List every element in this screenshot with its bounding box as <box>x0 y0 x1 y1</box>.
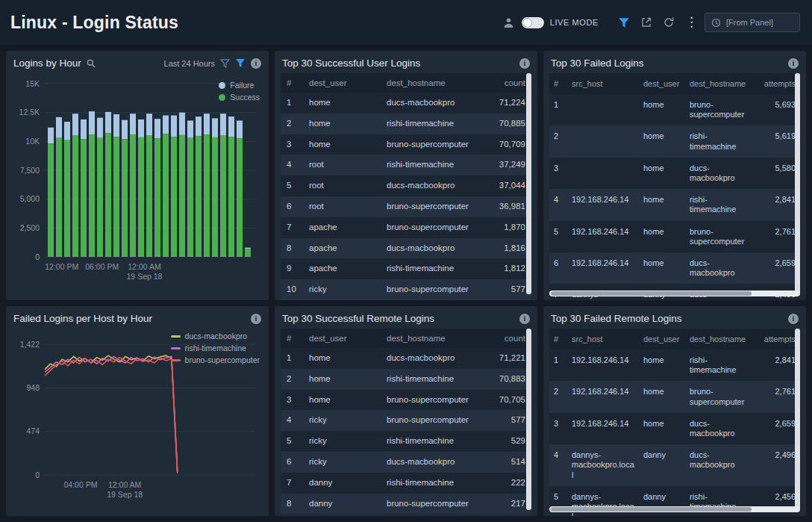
column-header-dest_user[interactable]: dest_user <box>303 329 381 348</box>
cell-attempts: 5,619 <box>751 125 800 157</box>
table-row[interactable]: 9apacherishi-timemachine1,812 <box>281 258 531 279</box>
table-row[interactable]: 2homerishi-timemachine70,883 <box>281 369 531 390</box>
table-row[interactable]: 5rootducs-macbookpro37,044 <box>281 175 531 196</box>
cell-dest_user: home <box>639 413 685 444</box>
table-row[interactable]: 1homeducs-macbookpro71,221 <box>281 348 531 369</box>
cell-rank: 1 <box>281 348 303 369</box>
legend-item-failure[interactable]: Failure <box>219 81 260 90</box>
column-header-rank[interactable]: # <box>549 329 567 349</box>
info-icon[interactable] <box>519 58 530 69</box>
column-header-dest_hostname[interactable]: dest_hostname <box>381 73 493 93</box>
column-header-rank[interactable]: # <box>281 73 303 93</box>
table-row[interactable]: 3192.168.246.14homeducs-macbookpro2,659 <box>549 413 800 444</box>
column-header-dest_user[interactable]: dest_user <box>639 329 685 349</box>
table-row[interactable]: 6192.168.246.14homeducs-macbookpro2,659 <box>549 252 800 284</box>
table-row[interactable]: 4rootrishi-timemachine37,249 <box>281 155 531 175</box>
info-icon[interactable] <box>788 58 799 69</box>
column-header-dest_user[interactable]: dest_user <box>639 73 685 94</box>
legend-item-success[interactable]: Success <box>219 93 260 102</box>
scrollbar-thumb[interactable] <box>551 507 752 512</box>
column-header-dest_hostname[interactable]: dest_hostname <box>381 329 493 348</box>
time-range-input[interactable]: [From Panel] <box>705 13 800 32</box>
column-header-rank[interactable]: # <box>281 329 303 348</box>
table-row[interactable]: 3homebruno-supercomputer70,705 <box>281 390 531 411</box>
table-row[interactable]: 2homerishi-timemachine70,885 <box>281 114 531 134</box>
table-row[interactable]: 4rickybruno-supercomputer577 <box>281 410 531 431</box>
table-row[interactable]: 3homebruno-supercomputer70,709 <box>281 134 531 155</box>
column-header-dest_hostname[interactable]: dest_hostname <box>685 73 751 94</box>
cell-rank: 7 <box>281 473 303 494</box>
table-row[interactable]: 2192.168.246.14homebruno-supercomputer2,… <box>549 381 800 412</box>
cell-dest_user: apache <box>303 217 381 238</box>
cell-rank: 3 <box>281 390 303 411</box>
table-row[interactable]: 10rickybruno-supercomputer577 <box>281 279 531 300</box>
legend-item-rishi-timemachine[interactable]: rishi-timemachine <box>171 344 260 352</box>
cell-dest_hostname: bruno-supercomputer <box>685 381 751 412</box>
horizontal-scrollbar[interactable] <box>549 506 800 512</box>
cell-dest_user: home <box>639 125 685 157</box>
filter-funnel-icon[interactable] <box>618 17 630 28</box>
time-range-label[interactable]: Last 24 Hours <box>164 59 215 68</box>
horizontal-scrollbar[interactable] <box>549 290 800 296</box>
scrollbar-thumb[interactable] <box>551 291 752 296</box>
cell-dest_user: root <box>303 175 381 196</box>
table-row[interactable]: 1192.168.246.14homerishi-timemachine2,84… <box>549 349 800 381</box>
cell-dest_hostname: bruno-supercomputer <box>381 196 493 217</box>
cell-attempts: 2,659 <box>751 413 800 444</box>
successful-remote-logins-table: #dest_userdest_hostnamecount1homeducs-ma… <box>281 329 531 514</box>
table-row[interactable]: 1homeducs-macbookpro71,224 <box>281 93 531 114</box>
svg-text:474: 474 <box>26 426 40 435</box>
table-row[interactable]: 7apachebruno-supercomputer1,870 <box>281 217 531 238</box>
vertical-scrollbar[interactable] <box>795 329 800 510</box>
vertical-scrollbar[interactable] <box>526 73 531 294</box>
cell-rank: 6 <box>281 196 303 217</box>
table-row[interactable]: 4192.168.246.14homerishi-timemachine2,84… <box>549 189 800 220</box>
info-icon[interactable] <box>788 314 799 324</box>
table-row[interactable]: 3homeducs-macbookpro5,580 <box>549 158 800 189</box>
cell-dest_hostname: rishi-timemachine <box>381 155 493 175</box>
legend-label: Success <box>230 93 260 102</box>
legend-item-ducs-macbookpro[interactable]: ducs-macbookpro <box>171 332 260 341</box>
cell-dest_hostname: rishi-timemachine <box>685 349 751 381</box>
logins-by-hour-chart[interactable]: 02,5005,0007,50010K12.5K15K12:00 PM06:00… <box>12 73 263 288</box>
table-row[interactable]: 2homerishi-timemachine5,619 <box>549 125 800 157</box>
table-row[interactable]: 1homebruno-supercomputer5,693 <box>549 94 800 125</box>
table-row[interactable]: 5192.168.246.14homebruno-supercomputer2,… <box>549 221 800 252</box>
column-header-attempts[interactable]: attempts <box>751 329 800 349</box>
svg-text:12:00 AM: 12:00 AM <box>108 480 141 489</box>
table-row[interactable]: 6rootbruno-supercomputer36,981 <box>281 196 531 217</box>
info-icon[interactable] <box>251 314 261 324</box>
filter-outline-icon[interactable] <box>220 59 230 68</box>
table-row[interactable]: 4dannys-macbookpro.localdannyducs-macboo… <box>549 444 800 486</box>
column-header-dest_hostname[interactable]: dest_hostname <box>685 329 751 349</box>
cell-dest_user: home <box>303 134 381 155</box>
kebab-menu-icon[interactable] <box>685 16 694 29</box>
column-header-src_host[interactable]: src_host <box>567 73 639 94</box>
vertical-scrollbar[interactable] <box>526 329 531 510</box>
table-header-row: #dest_userdest_hostnamecount <box>281 73 531 93</box>
table-row[interactable]: 7dannyrishi-timemachine222 <box>281 473 531 494</box>
panel-failed-logins-per-host: Failed Logins per Host by Hour 04749481,… <box>6 306 269 516</box>
cell-attempts: 2,761 <box>751 221 800 252</box>
share-icon[interactable] <box>640 16 652 28</box>
refresh-icon[interactable] <box>663 16 675 28</box>
info-icon[interactable] <box>519 314 530 324</box>
column-header-dest_user[interactable]: dest_user <box>303 73 381 93</box>
column-header-attempts[interactable]: attempts <box>751 73 800 94</box>
table-row[interactable]: 6rickyducs-macbookpro514 <box>281 452 531 473</box>
column-header-src_host[interactable]: src_host <box>567 329 639 349</box>
magnifier-icon[interactable] <box>87 59 96 68</box>
svg-text:1,422: 1,422 <box>20 340 40 349</box>
live-mode-toggle[interactable] <box>522 17 544 28</box>
table-row[interactable]: 8dannybruno-supercomputer217 <box>281 494 531 515</box>
table-header-row: #src_hostdest_userdest_hostnameattempts <box>549 73 800 94</box>
funnel-icon[interactable] <box>235 58 246 68</box>
column-header-rank[interactable]: # <box>549 73 567 94</box>
vertical-scrollbar[interactable] <box>795 73 800 294</box>
legend-item-bruno-supercomputer[interactable]: bruno-supercomputer <box>171 355 260 364</box>
cell-src_host: 192.168.246.14 <box>567 252 639 284</box>
info-icon[interactable] <box>251 58 261 69</box>
user-icon[interactable] <box>503 17 514 28</box>
table-row[interactable]: 8apacheducs-macbookpro1,816 <box>281 238 531 259</box>
table-row[interactable]: 5rickyrishi-timemachine529 <box>281 431 531 452</box>
